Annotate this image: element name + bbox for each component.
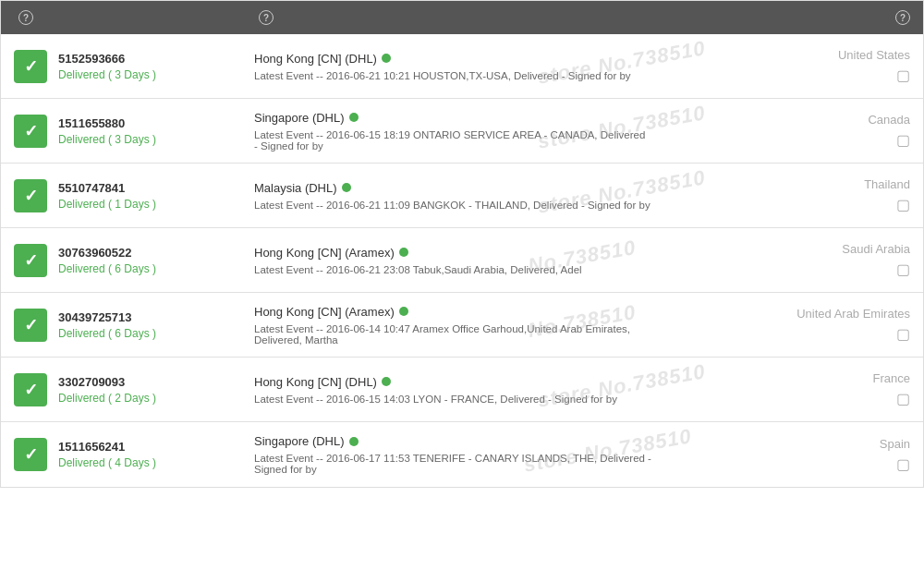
latest-event-0: Latest Event -- 2016-06-21 10:21 HOUSTON… xyxy=(254,70,651,81)
mobile-icon-0: ▢ xyxy=(896,67,910,84)
tracking-table: ? ? ? ✓ 5152593666 Delivered ( 3 Days ) … xyxy=(0,0,924,488)
destination-name-6: Spain xyxy=(880,437,910,451)
tracking-number-0[interactable]: 5152593666 xyxy=(58,52,156,66)
destination-name-4: United Arab Emirates xyxy=(796,307,910,321)
status-text-4: Delivered ( 6 Days ) xyxy=(58,327,156,340)
col-number-1: ✓ 1511655880 Delivered ( 3 Days ) xyxy=(1,99,241,163)
col-origin-4: Hong Kong [CN] (Aramex) Latest Event -- … xyxy=(241,293,664,357)
checkmark-icon-3: ✓ xyxy=(24,250,38,271)
origin-name-6: Singapore (DHL) xyxy=(254,434,345,448)
checkmark-icon-0: ✓ xyxy=(24,56,38,77)
tracking-number-2[interactable]: 5510747841 xyxy=(58,181,156,195)
col-number-2: ✓ 5510747841 Delivered ( 1 Days ) xyxy=(1,164,241,227)
tracking-number-6[interactable]: 1511656241 xyxy=(58,440,156,454)
col-number-5: ✓ 3302709093 Delivered ( 2 Days ) xyxy=(1,358,241,421)
origin-line-2: Malaysia (DHL) xyxy=(254,181,651,195)
col-destination-5: France ▢ xyxy=(664,358,923,421)
origin-line-0: Hong Kong [CN] (DHL) xyxy=(254,52,651,66)
delivered-icon-1: ✓ xyxy=(14,115,47,148)
col-number-3: ✓ 30763960522 Delivered ( 6 Days ) xyxy=(1,228,241,292)
table-row: ✓ 5510747841 Delivered ( 1 Days ) Malays… xyxy=(1,164,923,228)
header-destination-help-icon[interactable]: ? xyxy=(895,10,910,25)
table-row: ✓ 5152593666 Delivered ( 3 Days ) Hong K… xyxy=(1,34,923,99)
origin-line-3: Hong Kong [CN] (Aramex) xyxy=(254,246,651,260)
number-info-1: 1511655880 Delivered ( 3 Days ) xyxy=(58,116,156,146)
number-info-2: 5510747841 Delivered ( 1 Days ) xyxy=(58,181,156,211)
table-header: ? ? ? xyxy=(1,1,923,34)
checkmark-icon-6: ✓ xyxy=(24,444,38,465)
origin-line-1: Singapore (DHL) xyxy=(254,111,651,125)
green-dot-icon-6 xyxy=(349,437,359,446)
col-number-0: ✓ 5152593666 Delivered ( 3 Days ) xyxy=(1,34,241,98)
destination-name-3: Saudi Arabia xyxy=(842,242,910,256)
number-info-5: 3302709093 Delivered ( 2 Days ) xyxy=(58,375,156,405)
col-number-6: ✓ 1511656241 Delivered ( 4 Days ) xyxy=(1,422,241,487)
col-destination-4: United Arab Emirates ▢ xyxy=(664,293,923,357)
col-number-4: ✓ 30439725713 Delivered ( 6 Days ) xyxy=(1,293,241,357)
destination-name-1: Canada xyxy=(868,113,910,127)
col-origin-5: Hong Kong [CN] (DHL) Latest Event -- 201… xyxy=(241,358,664,421)
checkmark-icon-1: ✓ xyxy=(24,121,38,141)
table-row: ✓ 30763960522 Delivered ( 6 Days ) Hong … xyxy=(1,228,923,293)
col-origin-3: Hong Kong [CN] (Aramex) Latest Event -- … xyxy=(241,228,664,292)
col-destination-3: Saudi Arabia ▢ xyxy=(664,228,923,292)
origin-name-1: Singapore (DHL) xyxy=(254,111,345,125)
header-number-help-icon[interactable]: ? xyxy=(18,10,33,25)
mobile-icon-4: ▢ xyxy=(896,325,910,343)
status-text-2: Delivered ( 1 Days ) xyxy=(58,198,156,211)
mobile-icon-1: ▢ xyxy=(896,131,910,149)
status-text-6: Delivered ( 4 Days ) xyxy=(58,456,156,469)
latest-event-4: Latest Event -- 2016-06-14 10:47 Aramex … xyxy=(254,323,651,346)
status-text-3: Delivered ( 6 Days ) xyxy=(58,262,156,275)
delivered-icon-6: ✓ xyxy=(14,438,47,471)
origin-line-5: Hong Kong [CN] (DHL) xyxy=(254,375,651,389)
green-dot-icon-2 xyxy=(342,183,351,192)
origin-line-4: Hong Kong [CN] (Aramex) xyxy=(254,305,651,319)
destination-name-2: Thailand xyxy=(864,177,910,191)
checkmark-icon-2: ✓ xyxy=(24,186,38,206)
mobile-icon-5: ▢ xyxy=(896,390,910,407)
table-row: ✓ 1511655880 Delivered ( 3 Days ) Singap… xyxy=(1,99,923,164)
green-dot-icon-1 xyxy=(349,113,359,122)
header-number: ? xyxy=(14,10,254,25)
header-destination: ? xyxy=(651,10,910,25)
number-info-6: 1511656241 Delivered ( 4 Days ) xyxy=(58,440,156,469)
tracking-number-3[interactable]: 30763960522 xyxy=(58,246,156,260)
origin-name-5: Hong Kong [CN] (DHL) xyxy=(254,375,377,389)
mobile-icon-6: ▢ xyxy=(896,455,910,473)
latest-event-1: Latest Event -- 2016-06-15 18:19 ONTARIO… xyxy=(254,129,651,152)
table-body: ✓ 5152593666 Delivered ( 3 Days ) Hong K… xyxy=(1,34,923,487)
green-dot-icon-4 xyxy=(399,307,408,316)
origin-name-0: Hong Kong [CN] (DHL) xyxy=(254,52,377,66)
green-dot-icon-0 xyxy=(382,54,391,63)
delivered-icon-4: ✓ xyxy=(14,309,47,342)
checkmark-icon-5: ✓ xyxy=(24,380,38,400)
status-text-0: Delivered ( 3 Days ) xyxy=(58,68,156,81)
col-origin-1: Singapore (DHL) Latest Event -- 2016-06-… xyxy=(241,99,664,163)
delivered-icon-0: ✓ xyxy=(14,50,47,83)
tracking-number-5[interactable]: 3302709093 xyxy=(58,375,156,389)
table-row: ✓ 1511656241 Delivered ( 4 Days ) Singap… xyxy=(1,422,923,487)
table-row: ✓ 3302709093 Delivered ( 2 Days ) Hong K… xyxy=(1,358,923,422)
origin-name-2: Malaysia (DHL) xyxy=(254,181,337,195)
header-origin-help-icon[interactable]: ? xyxy=(259,10,274,25)
tracking-number-4[interactable]: 30439725713 xyxy=(58,310,156,324)
number-info-3: 30763960522 Delivered ( 6 Days ) xyxy=(58,246,156,275)
destination-name-0: United States xyxy=(838,48,910,62)
col-destination-1: Canada ▢ xyxy=(664,99,923,163)
delivered-icon-3: ✓ xyxy=(14,244,47,277)
number-info-4: 30439725713 Delivered ( 6 Days ) xyxy=(58,310,156,340)
tracking-number-1[interactable]: 1511655880 xyxy=(58,116,156,130)
col-origin-2: Malaysia (DHL) Latest Event -- 2016-06-2… xyxy=(241,164,664,227)
col-destination-6: Spain ▢ xyxy=(664,422,923,487)
latest-event-5: Latest Event -- 2016-06-15 14:03 LYON - … xyxy=(254,394,651,405)
origin-line-6: Singapore (DHL) xyxy=(254,434,651,448)
delivered-icon-2: ✓ xyxy=(14,179,47,212)
header-origin: ? xyxy=(254,10,651,25)
col-origin-6: Singapore (DHL) Latest Event -- 2016-06-… xyxy=(241,422,664,487)
green-dot-icon-3 xyxy=(399,248,408,257)
green-dot-icon-5 xyxy=(382,377,391,386)
destination-name-5: France xyxy=(873,371,910,385)
status-text-5: Delivered ( 2 Days ) xyxy=(58,392,156,405)
col-destination-0: United States ▢ xyxy=(664,34,923,98)
